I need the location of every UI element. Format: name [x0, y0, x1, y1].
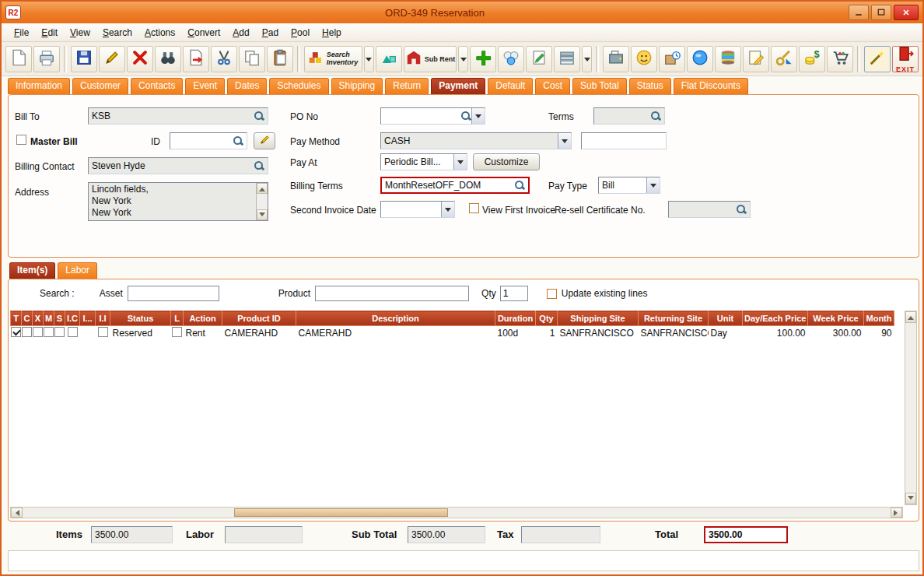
- scroll-up-icon[interactable]: [257, 183, 268, 194]
- cell-x[interactable]: [33, 326, 44, 341]
- update-existing-checkbox[interactable]: [547, 289, 557, 299]
- copy-button[interactable]: [239, 46, 265, 72]
- print-button[interactable]: [33, 46, 60, 72]
- column-header[interactable]: Week Price: [808, 311, 864, 326]
- product-input[interactable]: [315, 286, 469, 301]
- cell-ii[interactable]: [96, 326, 110, 341]
- money-button[interactable]: $: [799, 46, 825, 72]
- menu-item-add[interactable]: Add: [226, 26, 255, 40]
- second-invoice-date-dropdown[interactable]: [441, 202, 454, 217]
- scroll-left-icon[interactable]: [11, 508, 23, 518]
- row-checkbox[interactable]: [68, 327, 78, 337]
- search-inventory-dropdown[interactable]: [364, 46, 374, 72]
- scroll-right-icon[interactable]: [891, 508, 902, 518]
- globe-disc-button[interactable]: [687, 46, 713, 72]
- fax-button[interactable]: [603, 46, 629, 72]
- menu-item-file[interactable]: File: [8, 26, 35, 40]
- cart-button[interactable]: [827, 46, 853, 72]
- stack-button[interactable]: [554, 46, 580, 72]
- customer-smiley-button[interactable]: [631, 46, 657, 72]
- column-header[interactable]: Shipping Site: [558, 311, 639, 326]
- tab-shipping[interactable]: Shipping: [331, 78, 383, 94]
- menu-item-pad[interactable]: Pad: [256, 26, 285, 40]
- tab-default[interactable]: Default: [488, 78, 533, 94]
- po-no-field[interactable]: [380, 107, 485, 125]
- table-row[interactable]: Reserved Rent CAMERAHD CAMERAHD 100d 1 S…: [11, 326, 894, 341]
- tab-event[interactable]: Event: [185, 78, 225, 94]
- billing-contact-field[interactable]: Steven Hyde: [88, 157, 268, 174]
- row-checkbox[interactable]: [33, 327, 43, 337]
- id-field[interactable]: [170, 132, 247, 149]
- column-header[interactable]: Qty: [536, 311, 558, 326]
- find-button[interactable]: [155, 46, 181, 72]
- search-icon[interactable]: [514, 180, 525, 191]
- search-icon[interactable]: [460, 111, 471, 121]
- menu-item-view[interactable]: View: [64, 26, 96, 40]
- pay-method-extra-field[interactable]: [581, 132, 667, 149]
- new-button[interactable]: [5, 46, 32, 72]
- column-header[interactable]: Product ID: [222, 311, 296, 326]
- cell-week-price[interactable]: 300.00: [808, 326, 864, 341]
- cut-button[interactable]: [211, 46, 237, 72]
- cell-l[interactable]: [171, 326, 184, 341]
- cell-month-price[interactable]: 90: [864, 326, 894, 341]
- save-button[interactable]: [71, 46, 97, 72]
- column-header[interactable]: C: [22, 311, 33, 326]
- cell-s[interactable]: [54, 326, 65, 341]
- row-checkbox[interactable]: [54, 327, 65, 337]
- cell-duration[interactable]: 100d: [495, 326, 536, 341]
- search-icon[interactable]: [736, 204, 747, 215]
- pay-method-combo[interactable]: CASH: [380, 132, 572, 149]
- column-header[interactable]: I...: [80, 311, 96, 326]
- column-header[interactable]: Description: [296, 311, 495, 326]
- tab-schedules[interactable]: Schedules: [269, 78, 328, 94]
- column-header[interactable]: Returning Site: [639, 311, 709, 326]
- close-button[interactable]: [894, 5, 919, 20]
- tab-payment[interactable]: Payment: [431, 78, 485, 94]
- column-header[interactable]: Day/Each Price: [743, 311, 808, 326]
- column-header[interactable]: Action: [184, 311, 222, 326]
- key-button[interactable]: [771, 46, 797, 72]
- bill-to-field[interactable]: KSB: [88, 107, 268, 125]
- cell-ic[interactable]: [65, 326, 80, 341]
- column-header[interactable]: Month: [864, 311, 894, 326]
- row-checkbox[interactable]: [11, 327, 21, 337]
- second-invoice-date-combo[interactable]: [380, 201, 455, 218]
- pay-at-combo[interactable]: Periodic Bill...: [380, 153, 467, 170]
- cell-status[interactable]: Reserved: [110, 326, 171, 341]
- resell-certificate-field[interactable]: [668, 201, 751, 218]
- cell-returning-site[interactable]: SANFRANCISCO: [639, 326, 709, 341]
- column-header[interactable]: I.I: [96, 311, 110, 326]
- view-first-invoice-checkbox[interactable]: [469, 203, 479, 213]
- menu-item-pool[interactable]: Pool: [285, 26, 316, 40]
- search-icon[interactable]: [650, 111, 661, 121]
- magic-wand-button[interactable]: [864, 46, 891, 72]
- cell-action[interactable]: Rent: [184, 326, 222, 341]
- database-button[interactable]: [715, 46, 741, 72]
- column-header[interactable]: Duration: [495, 311, 536, 326]
- order-notes-button[interactable]: [743, 46, 769, 72]
- search-icon[interactable]: [254, 111, 264, 121]
- scroll-down-icon[interactable]: [905, 493, 916, 504]
- qty-input[interactable]: [500, 286, 528, 301]
- address-field[interactable]: Lincoln fields, New York New York: [88, 182, 268, 221]
- tab-contacts[interactable]: Contacts: [131, 78, 183, 94]
- po-no-dropdown[interactable]: [471, 108, 485, 124]
- pay-method-dropdown[interactable]: [558, 133, 571, 149]
- tab-flat-discounts[interactable]: Flat Discounts: [674, 78, 748, 94]
- row-checkbox[interactable]: [22, 327, 32, 337]
- pay-type-dropdown[interactable]: [646, 177, 660, 193]
- billing-terms-field[interactable]: MonthResetOFF_DOM: [380, 177, 530, 194]
- column-header[interactable]: Unit: [709, 311, 743, 326]
- cell-unit[interactable]: Day: [709, 326, 743, 341]
- address-scrollbar[interactable]: [256, 183, 268, 220]
- column-header[interactable]: T: [11, 311, 22, 326]
- tab-status[interactable]: Status: [629, 78, 671, 94]
- cell-t[interactable]: [11, 326, 22, 341]
- column-header[interactable]: L: [171, 311, 184, 326]
- maximize-button[interactable]: [871, 5, 891, 20]
- master-bill-checkbox[interactable]: [16, 135, 26, 145]
- column-header[interactable]: Status: [110, 311, 171, 326]
- column-header[interactable]: M: [44, 311, 54, 326]
- sub-rent-dropdown[interactable]: [458, 46, 468, 72]
